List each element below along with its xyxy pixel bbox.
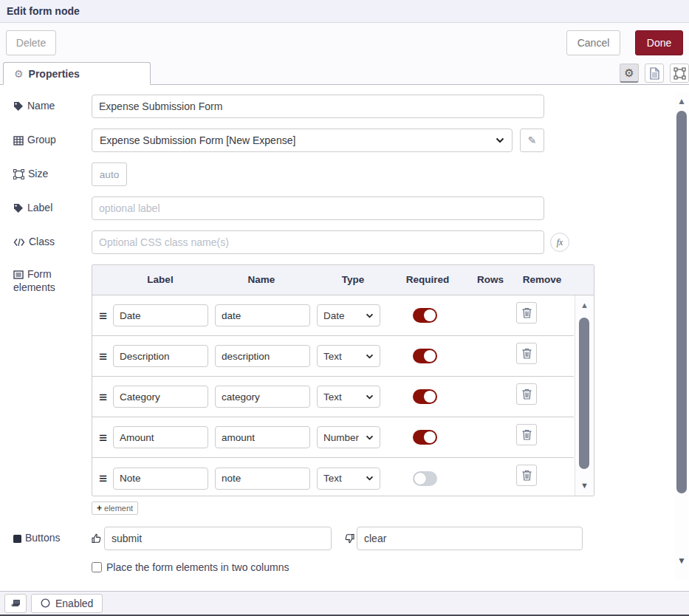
add-element-button[interactable]: + element (92, 502, 138, 515)
tag-icon (13, 101, 24, 112)
remove-element-button[interactable] (516, 383, 537, 405)
table-scrollbar[interactable]: ▲ ▼ (575, 295, 594, 496)
document-icon (649, 67, 660, 80)
element-name-input[interactable] (215, 304, 310, 326)
class-input[interactable] (92, 230, 544, 254)
tab-properties-label: Properties (29, 68, 80, 80)
required-toggle[interactable] (413, 471, 437, 486)
remove-element-button[interactable] (516, 424, 537, 445)
required-toggle[interactable] (413, 430, 437, 445)
table-icon (13, 136, 24, 146)
chevron-down-icon (366, 313, 374, 318)
submit-button-label-input[interactable] (104, 527, 332, 550)
node-appearance-button[interactable] (670, 64, 689, 83)
element-label-input[interactable] (113, 468, 208, 490)
element-type-select[interactable]: Text (317, 468, 380, 490)
table-row: ≡ Text (92, 377, 574, 417)
expression-fx-button[interactable]: fx (550, 233, 569, 252)
buttons-row: Buttons (13, 527, 689, 550)
element-name-input[interactable] (215, 386, 310, 408)
cancel-button[interactable]: Cancel (566, 30, 620, 55)
clear-button-label-input[interactable] (357, 527, 583, 550)
element-name-input[interactable] (215, 345, 310, 367)
dialog-title: Edit form node (7, 5, 80, 17)
element-type-select[interactable]: Text (317, 386, 380, 408)
docs-button[interactable] (4, 594, 27, 613)
label-row: Label (13, 196, 689, 220)
scrollbar-thumb[interactable] (579, 318, 589, 469)
pencil-icon: ✎ (528, 134, 537, 146)
done-button[interactable]: Done (635, 30, 683, 55)
scroll-down-icon[interactable]: ▼ (580, 482, 589, 490)
column-header-name: Name (248, 274, 275, 285)
scroll-up-icon[interactable]: ▲ (580, 301, 589, 309)
group-select-value: Expense Submission Form [New Expense] (100, 134, 295, 146)
element-label-input[interactable] (113, 345, 208, 367)
element-label-input[interactable] (113, 386, 208, 408)
table-body: ≡ Date (92, 295, 594, 496)
element-type-select[interactable]: Number (317, 426, 380, 448)
two-columns-checkbox[interactable] (92, 562, 102, 572)
column-header-required: Required (406, 274, 450, 285)
gear-icon: ⚙ (624, 67, 634, 78)
plus-icon: + (97, 503, 102, 513)
scrollbar-thumb[interactable] (676, 111, 687, 493)
required-toggle[interactable] (413, 349, 437, 363)
column-header-label: Label (147, 274, 173, 285)
properties-panel: Name Group Expense Submission Form [New … (0, 85, 689, 584)
label-label: Label (13, 202, 92, 215)
tab-properties[interactable]: ⚙ Properties (3, 62, 151, 85)
element-type-select[interactable]: Text (317, 345, 380, 367)
size-auto-button[interactable]: auto (92, 162, 127, 186)
tag-icon (13, 203, 24, 213)
name-row: Name (13, 95, 689, 118)
drag-handle-icon[interactable]: ≡ (99, 309, 109, 323)
gear-icon: ⚙ (14, 69, 24, 79)
two-columns-row: Place the form elements in two columns (92, 561, 689, 573)
chevron-down-icon (366, 435, 374, 440)
drag-handle-icon[interactable]: ≡ (99, 431, 109, 445)
element-name-input[interactable] (215, 468, 310, 490)
remove-element-button[interactable] (516, 343, 537, 364)
table-header: Label Name Type Required Rows Remove (92, 265, 594, 295)
remove-element-button[interactable] (516, 302, 537, 324)
trash-icon (522, 470, 532, 481)
drag-handle-icon[interactable]: ≡ (99, 471, 109, 485)
required-toggle[interactable] (413, 308, 437, 323)
group-select[interactable]: Expense Submission Form [New Expense] (92, 129, 513, 152)
trash-icon (522, 389, 532, 400)
delete-button[interactable]: Delete (6, 30, 56, 55)
name-input[interactable] (92, 95, 544, 118)
element-name-input[interactable] (215, 426, 310, 448)
column-header-type: Type (342, 274, 365, 285)
size-row: Size auto (13, 162, 689, 186)
drag-handle-icon[interactable]: ≡ (99, 390, 109, 404)
required-toggle[interactable] (413, 389, 437, 404)
book-icon (10, 598, 21, 608)
list-icon (13, 270, 24, 279)
edit-properties-button[interactable]: ⚙ (620, 64, 639, 83)
element-type-select[interactable]: Date (317, 304, 380, 326)
fx-icon: fx (557, 237, 563, 248)
table-row: ≡ Text (92, 336, 574, 377)
enabled-toggle-button[interactable]: Enabled (31, 594, 103, 613)
element-label-input[interactable] (113, 426, 208, 448)
code-icon (13, 238, 25, 247)
scroll-up-icon[interactable]: ▲ (677, 97, 686, 106)
remove-element-button[interactable] (516, 465, 537, 486)
dialog-footer: Enabled (0, 591, 689, 616)
panel-scrollbar[interactable]: ▲ ▼ (675, 92, 688, 580)
edit-group-button[interactable]: ✎ (520, 129, 544, 152)
node-description-button[interactable] (645, 64, 664, 83)
class-row: Class fx (13, 230, 689, 254)
scroll-down-icon[interactable]: ▼ (677, 556, 686, 565)
element-label-input[interactable] (113, 304, 208, 326)
chevron-down-icon (366, 354, 374, 359)
group-label: Group (13, 134, 92, 147)
trash-icon (522, 307, 532, 318)
drag-handle-icon[interactable]: ≡ (99, 349, 109, 363)
label-input[interactable] (92, 196, 544, 220)
chevron-down-icon (496, 137, 504, 143)
form-elements-table: Label Name Type Required Rows Remove ≡ (92, 264, 594, 496)
column-header-remove: Remove (523, 274, 562, 285)
